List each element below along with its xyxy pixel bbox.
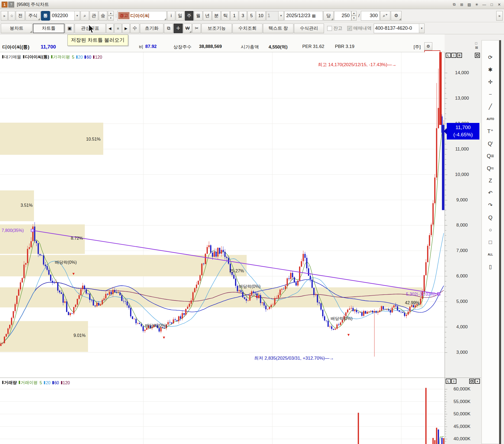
chart-settings-icon[interactable]: ⚙ [391,11,402,21]
tick-unit-combo[interactable]: 1▾ [266,11,284,21]
pane-maximize-icon[interactable] [475,53,480,58]
value-lookup-button[interactable]: 수치조회 [232,24,262,33]
period-minute-button[interactable]: 분 [212,11,221,21]
pane-close-icon[interactable]: × [475,379,480,384]
code-spinner[interactable]: ▲▼ [108,11,114,21]
period-year-button[interactable]: 년 [203,11,212,21]
undo-icon[interactable]: ↶ [484,188,496,198]
volume-chart-plot[interactable] [0,378,445,444]
volume-axis[interactable]: 60,000K55,000K50,000K45,000K40,000K [445,378,481,444]
help-icon[interactable]: ? [8,2,14,7]
stock-category-button[interactable]: 주식 [25,11,40,21]
period-tick-button[interactable]: 틱 [221,11,230,21]
minute-10-button[interactable]: 10 [256,11,266,21]
period-week-button[interactable]: 주 [185,11,193,21]
stock-name-field[interactable]: 경고디아이씨 [117,11,167,21]
ellipse-tool-icon[interactable]: ○ [484,225,496,235]
axis-toggle-l[interactable]: L [446,379,451,384]
window-settings-icon[interactable]: ✳ [474,2,480,7]
price-axis-label: 8,000 [445,223,479,228]
period-month-button[interactable]: 월 [194,11,203,21]
minute-5-button[interactable]: 5 [247,11,255,21]
tool-settings-icon[interactable]: ✱ [484,65,496,75]
svg-text:7,800(35%): 7,800(35%) [2,228,24,233]
rect-tool-icon[interactable]: □ [484,237,496,247]
stock-code-combo[interactable]: 092200▾ [51,11,80,21]
close-button[interactable]: ✕ [496,2,502,7]
balance-checkbox[interactable]: 잔고 [327,25,342,31]
tile-windows-icon[interactable]: ⊞ [459,2,465,7]
watch-register-button[interactable]: 관 [90,11,98,21]
reset-button[interactable]: 초기화 [140,24,163,33]
pane-maximize-icon[interactable] [469,379,474,384]
maximize-button[interactable]: □ [488,2,495,7]
info-value: 상장주수 [173,44,192,50]
zoom-list-icon[interactable]: Q≡ [484,151,496,161]
trendline-tool-icon[interactable]: ╱ [484,101,496,112]
vrect-tool-icon[interactable]: ▯ [484,262,496,272]
screen-number-badge: 1 [2,2,7,7]
formula-manager-button[interactable]: 수식관리 [294,24,324,33]
auto-line-icon[interactable]: AUTO [484,114,496,124]
won-scale-icon[interactable]: ₩ [183,24,192,33]
remove-draw-icon[interactable]: − [484,89,496,99]
axis-toggle-i[interactable]: I [451,53,456,58]
text-window-button[interactable]: 텍스트 창 [263,24,293,33]
axis-toggle-i[interactable]: I [451,379,456,384]
candle-chart-button[interactable]: 봉차트 [1,24,32,33]
price-axis-label: 11,000 [445,146,479,152]
trade-history-checkbox[interactable]: ✓매매내역 [347,25,372,31]
unified-badge[interactable]: 통 [41,11,50,21]
redo-icon[interactable]: ↷ [484,200,496,210]
step-back-button[interactable]: ◀ [106,24,114,33]
axis-toggle-l[interactable]: L [446,53,451,58]
price-chart-plot[interactable]: 7,800(35%)5,302(-32.03%)10.51%3.51%8.72%… [0,52,445,378]
zigzag-icon[interactable]: Z [484,175,496,186]
minute-1-button[interactable]: 1 [230,11,238,21]
pane-close-icon[interactable]: ⊠ [475,46,478,50]
minimize-button[interactable]: — [481,2,487,7]
price-axis-label: 3,000 [445,350,479,355]
legend-item: 가격이평 [51,54,70,60]
add-draw-icon[interactable]: ✛ [484,77,496,87]
crosshair-icon[interactable]: ✛ [174,24,183,33]
pane-restore-icon[interactable]: □ [475,41,477,45]
total-bars-field[interactable]: 300 [361,11,380,21]
minute-3-button[interactable]: 3 [239,11,247,21]
cascade-windows-icon[interactable]: ⧉ [451,2,457,7]
expand-button[interactable]: » [1,11,8,21]
account-combo[interactable]: 400-8137-4620-0▾ [374,24,425,33]
all-edit-icon[interactable]: ALL [484,249,496,259]
magnifier-icon[interactable]: Q [484,212,496,223]
new-window-icon[interactable]: ⧉ [164,24,173,33]
aux-function-button[interactable]: 보조기능 [201,24,232,33]
stop-button[interactable]: ■ [114,24,122,33]
axis-toggle-r[interactable]: R [457,53,462,58]
save-chart-icon[interactable]: ▣ [65,24,74,33]
price-axis[interactable]: 14,00013,00012,00011,00010,0009,0008,000… [445,52,481,378]
all-markets-button[interactable]: 전 [16,11,25,21]
zoom-in-icon[interactable]: ⌕⁺ [380,11,390,21]
screenshot-icon[interactable]: ▨ [466,2,472,7]
period-day-button[interactable]: 일 [176,11,184,21]
search-icon[interactable]: ⌕ [81,11,89,21]
step-forward-button[interactable]: ▶ [122,24,130,33]
refresh-icon[interactable]: ⟳ [484,52,496,62]
text-tool-icon[interactable]: T⁺ [484,126,496,136]
favorite-button[interactable]: ☆ [8,11,15,21]
info-value: 비 [139,44,143,50]
warning-badge: 경고 [118,12,129,19]
price-axis-label: 4,000 [445,324,479,330]
su-button[interactable]: 수 [130,24,139,33]
collapse-right-button[interactable]: » [496,11,503,21]
visible-bars-spinner[interactable]: 250▲▼ [334,11,357,21]
stock-cycle-button[interactable]: 숭 [99,11,107,21]
mini-settings-icon[interactable]: ⚙ [424,42,432,50]
date-picker[interactable]: 2025/12/23▦ [284,11,323,21]
dang-button[interactable]: 당 [323,11,334,21]
zoom-chart-icon[interactable]: Q≈ [484,163,496,173]
zoom-info-icon[interactable]: Qⁱ [484,138,496,149]
scissors-icon[interactable]: ✂ [192,24,201,33]
stock-info-button[interactable]: i [167,11,175,21]
chart-frame-button[interactable]: 차트틀 [33,24,64,33]
